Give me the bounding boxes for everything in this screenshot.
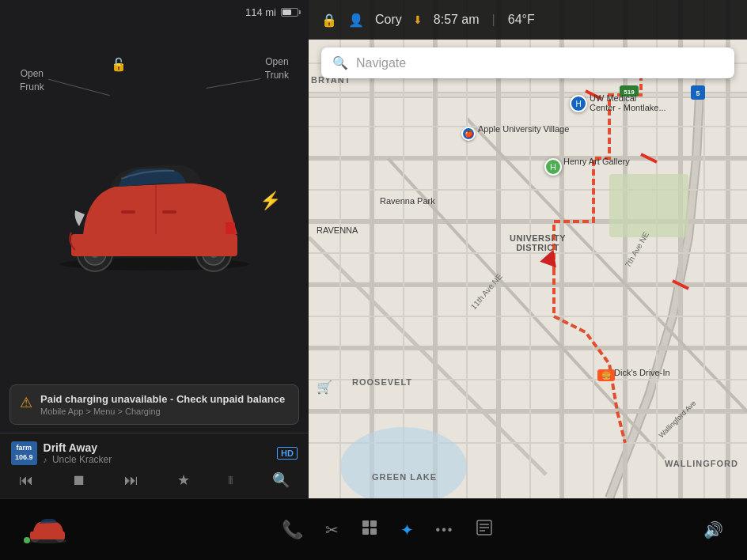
- trunk-line: [206, 78, 260, 89]
- battery-status: 114 mi: [245, 0, 301, 25]
- warning-subtitle: Mobile App > Menu > Charging: [40, 407, 285, 416]
- lock-icon: 🔒: [321, 13, 337, 28]
- favorite-button[interactable]: ★: [173, 470, 195, 490]
- taskbar-left: [24, 516, 71, 543]
- scissors-icon[interactable]: ✂: [325, 520, 339, 539]
- map-panel: 5 519 🔒 👤 Cory ⬇ 8:57 am | 64°F 🔍 Naviga…: [309, 0, 747, 498]
- battery-range: 114 mi: [245, 6, 276, 18]
- warning-content: Paid charging unavailable - Check unpaid…: [40, 393, 285, 416]
- station-badge: farm 106.9: [11, 441, 37, 464]
- car-image: ⚡: [36, 147, 273, 277]
- navigate-search[interactable]: 🔍 Navigate: [321, 47, 734, 78]
- svg-rect-58: [370, 520, 377, 527]
- car-svg: [36, 147, 273, 274]
- music-info: farm 106.9 Drift Away ♪ Uncle Kracker HD: [11, 441, 298, 465]
- car-thumbnail[interactable]: [24, 516, 71, 543]
- warning-notification[interactable]: ⚠ Paid charging unavailable - Check unpa…: [9, 384, 299, 425]
- car-view: Open Frunk 🔓 Open Trunk: [0, 24, 309, 384]
- svg-rect-10: [162, 210, 176, 214]
- frunk-line: [48, 79, 110, 96]
- svg-rect-57: [362, 520, 369, 527]
- svg-rect-11: [226, 222, 235, 234]
- battery-icon: [281, 8, 301, 17]
- next-button[interactable]: ⏭: [119, 471, 143, 490]
- music-player: farm 106.9 Drift Away ♪ Uncle Kracker HD…: [0, 433, 309, 498]
- more-icon[interactable]: •••: [436, 523, 454, 537]
- svg-text:519: 519: [624, 89, 635, 96]
- station-info: farm 106.9: [11, 441, 37, 464]
- song-info: Drift Away ♪ Uncle Kracker: [44, 441, 278, 465]
- taskbar-icons: 📞 ✂ ✦ •••: [282, 519, 494, 541]
- open-trunk-button[interactable]: Open Trunk: [265, 55, 289, 82]
- warning-icon: ⚠: [20, 394, 32, 411]
- svg-rect-44: [609, 174, 688, 237]
- status-dot: [24, 537, 30, 543]
- charging-bolt-icon: ⚡: [260, 191, 281, 211]
- bluetooth-icon[interactable]: ✦: [400, 520, 414, 539]
- stop-button[interactable]: ⏹: [67, 471, 91, 490]
- user-icon: 👤: [348, 13, 364, 28]
- svg-rect-9: [121, 210, 135, 214]
- search-music-button[interactable]: 🔍: [267, 470, 294, 490]
- temperature: 64°F: [508, 13, 535, 27]
- svg-rect-56: [30, 532, 65, 539]
- music-controls: ⏮ ⏹ ⏭ ★ ⫴ 🔍: [11, 470, 298, 490]
- svg-rect-59: [362, 528, 369, 535]
- open-frunk-button[interactable]: Open Frunk: [20, 67, 44, 94]
- navigate-placeholder: Navigate: [356, 56, 406, 70]
- status-bar: 🔒 👤 Cory ⬇ 8:57 am | 64°F: [309, 0, 747, 40]
- equalizer-button[interactable]: ⫴: [223, 471, 238, 489]
- grid-icon[interactable]: [361, 519, 378, 541]
- user-name: Cory: [375, 13, 402, 27]
- prev-button[interactable]: ⏮: [14, 471, 38, 490]
- warning-title: Paid charging unavailable - Check unpaid…: [40, 393, 285, 405]
- svg-text:5: 5: [696, 89, 700, 97]
- volume-control[interactable]: 🔊: [703, 520, 723, 539]
- taskbar: 📞 ✂ ✦ ••• 🔊: [0, 498, 747, 560]
- current-time: 8:57 am: [434, 13, 480, 27]
- song-title: Drift Away: [44, 441, 278, 454]
- hd-badge: HD: [277, 447, 298, 460]
- music-note-icon: ♪: [44, 456, 47, 464]
- svg-rect-7: [71, 234, 237, 256]
- artist-name: ♪ Uncle Kracker: [44, 454, 278, 465]
- search-icon: 🔍: [332, 55, 348, 70]
- update-icon: ⬇: [413, 13, 423, 26]
- car-panel: 114 mi Open Frunk 🔓 Open Trunk: [0, 0, 309, 498]
- phone-icon[interactable]: 📞: [282, 520, 303, 540]
- svg-rect-60: [370, 528, 377, 535]
- info-icon[interactable]: [476, 519, 493, 541]
- lock-icon: 🔓: [111, 57, 127, 72]
